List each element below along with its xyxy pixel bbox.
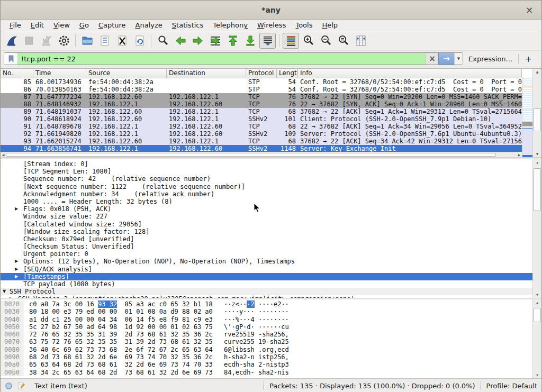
go-to-packet-button[interactable] [207,33,223,49]
save-file-button[interactable] [96,33,113,49]
packet-row-87[interactable]: 8771.647777234192.168.122.60192.168.122.… [1,93,522,101]
packet-row-94-selected[interactable]: 9471.663856741192.168.122.1192.168.122.6… [1,145,522,152]
hex-row[interactable]: 00505c 27 b2 67 50 ad 64 98 1d 92 00 00 … [1,323,532,331]
column-header-source[interactable]: Source [86,69,167,78]
go-first-button[interactable] [224,33,241,49]
detail-line-ssh-version[interactable]: ▶SSH Version 2 (encryption:chacha20-poly… [1,295,532,298]
packet-row-93[interactable]: 9371.662015274192.168.122.60192.168.122.… [1,138,522,145]
hex-row[interactable]: 006072 76 65 32 35 35 31 39 2d 73 68 61 … [1,331,532,338]
menu-file[interactable]: File [5,21,26,30]
detail-line[interactable]: Urgent pointer: 0 [1,250,532,258]
detail-line-seq-ack[interactable]: ▶[SEQ/ACK analysis] [1,266,532,273]
packet-row-90[interactable]: 9071.648618924192.168.122.60192.168.122.… [1,115,522,123]
expander-icon[interactable]: ▼ [3,288,10,295]
menu-edit[interactable]: Edit [26,21,49,30]
profile-label[interactable]: Profile: Default [486,382,537,390]
detail-line[interactable]: [TCP Segment Len: 1080] [1,168,532,175]
detail-line-options[interactable]: ▶Options: (12 bytes), No-Operation (NOP)… [1,258,532,265]
expander-icon[interactable]: ▶ [15,266,22,273]
packet-list-hscrollbar[interactable]: ◀ ▶ [1,152,522,157]
menu-statistics[interactable]: Statistics [167,21,208,30]
hex-row[interactable]: 0020c0 a8 7a 3c 00 16 93 32 85 a3 ac c0 … [1,300,532,308]
column-header-no[interactable]: No. [1,69,33,78]
packet-list-vscrollbar[interactable]: ▲ ▼ [532,69,541,157]
packet-row-85[interactable]: 8568.001734936fe:54:00:d4:38:2aSTP54Conf… [1,78,522,86]
capture-comment-icon[interactable] [17,382,25,390]
filter-clear-button[interactable]: × [426,53,438,65]
column-header-time[interactable]: Time [33,69,86,78]
hex-row[interactable]: 00a065 63 64 68 2d 73 68 61 32 2d 6e 69 … [1,361,532,368]
zoom-reset-button[interactable] [335,33,351,49]
expert-info-icon[interactable] [5,382,13,390]
open-file-button[interactable] [79,33,95,49]
detail-line[interactable]: [Window size scaling factor: 128] [1,228,532,235]
zoom-out-button[interactable] [318,33,334,49]
scroll-up-icon[interactable]: ▲ [533,69,541,75]
scroll-left-icon[interactable]: ◀ [1,153,6,157]
column-header-destination[interactable]: Destination [167,69,246,78]
packet-row-91[interactable]: 9171.648789678192.168.122.1192.168.122.6… [1,123,522,130]
details-vscrollbar[interactable]: ▲ ▼ [532,159,541,298]
detail-line-timestamps-selected[interactable]: ▶[Timestamps] [1,273,532,280]
intelligent-scrollbar-minimap[interactable] [522,78,532,157]
vscroll-thumb[interactable] [534,168,541,211]
packet-row-86[interactable]: 8670.013850163fe:54:00:d4:38:2aSTP54Conf… [1,86,522,93]
vscroll-track[interactable] [533,75,541,151]
vscroll-thumb[interactable] [534,108,541,131]
filter-history-caret[interactable]: ▼ [454,53,463,65]
go-last-button[interactable] [242,33,258,49]
hex-row[interactable]: 008036 40 6c 69 62 73 73 68 2e 6f 72 67 … [1,346,532,353]
packet-row-89[interactable]: 8971.648191037192.168.122.60192.168.122.… [1,108,522,115]
zoom-in-button[interactable] [300,33,317,49]
scroll-down-icon[interactable]: ▼ [533,372,541,378]
expander-icon[interactable]: ▶ [15,273,22,280]
restart-capture-button[interactable] [38,33,55,49]
packet-row-88[interactable]: 8871.648146932192.168.122.1192.168.122.6… [1,101,522,108]
vscroll-track[interactable] [533,306,541,372]
menu-go[interactable]: Go [75,21,94,30]
menu-help[interactable]: Help [317,21,342,30]
filter-add-button[interactable]: + [519,54,538,64]
detail-line[interactable]: TCP payload (1080 bytes) [1,280,532,288]
detail-line[interactable]: Checksum: 0x79ed [unverified] [1,235,532,243]
go-back-button[interactable] [172,33,188,49]
hex-row[interactable]: 009068 2d 73 68 61 32 2d 6e 69 73 74 70 … [1,353,532,361]
hex-vscrollbar[interactable]: ▲ ▼ [532,299,541,378]
scroll-down-icon[interactable]: ▼ [533,151,541,157]
expander-icon[interactable]: ▶ [15,205,22,213]
capture-options-button[interactable] [56,33,72,49]
detail-line[interactable]: [Calculated window size: 29056] [1,221,532,228]
detail-line[interactable]: [Stream index: 0] [1,160,532,168]
resize-columns-button[interactable] [353,33,369,49]
packet-row-92[interactable]: 9271.661949820192.168.122.1192.168.122.6… [1,130,522,138]
detail-line-flags[interactable]: ▶Flags: 0x018 (PSH, ACK) [1,205,532,213]
hex-row[interactable]: 00b038 34 2c 65 63 64 68 2d 73 68 61 32 … [1,369,532,376]
scroll-right-icon[interactable]: ▶ [517,153,522,157]
scroll-down-icon[interactable]: ▼ [533,291,541,298]
go-forward-button[interactable] [189,33,206,49]
expression-button[interactable]: Expression… [463,55,518,63]
scroll-up-icon[interactable]: ▲ [533,159,541,166]
menu-analyze[interactable]: Analyze [131,21,167,30]
detail-line[interactable]: [Next sequence number: 1122 (relative se… [1,183,532,190]
menu-view[interactable]: View [49,21,75,30]
detail-line[interactable]: [Checksum Status: Unverified] [1,243,532,250]
menu-capture[interactable]: Capture [94,21,131,30]
reload-file-button[interactable] [131,33,148,49]
detail-line[interactable]: 1000 .... = Header Length: 32 bytes (8) [1,198,532,205]
hex-row[interactable]: 003080 18 00 e3 79 ed 00 00 01 01 08 0a … [1,308,532,315]
filter-bookmark-button[interactable] [4,53,18,65]
start-capture-button[interactable] [3,33,20,49]
detail-line[interactable]: Sequence number: 42 (relative sequence n… [1,175,532,183]
vscroll-thumb[interactable] [534,308,541,323]
expander-icon[interactable]: ▶ [15,258,22,265]
find-packet-button[interactable] [155,33,171,49]
scroll-up-icon[interactable]: ▲ [533,299,541,306]
detail-line[interactable]: Window size value: 227 [1,213,532,220]
close-file-button[interactable] [114,33,130,49]
hex-row[interactable]: 007063 75 72 76 65 32 35 35 31 39 2d 73 … [1,338,532,345]
menu-wireless[interactable]: Wireless [252,21,291,30]
menu-tools[interactable]: Tools [291,21,317,30]
detail-line[interactable]: Acknowledgment number: 34 (relative ack … [1,190,532,198]
column-header-info[interactable]: Info [298,69,522,78]
